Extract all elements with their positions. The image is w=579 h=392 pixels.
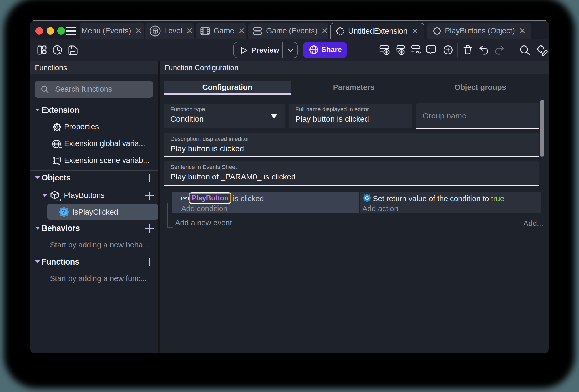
svg-text:?: ? xyxy=(62,208,66,216)
svg-text:G: G xyxy=(365,195,369,201)
svg-text:2D: 2D xyxy=(56,198,61,202)
